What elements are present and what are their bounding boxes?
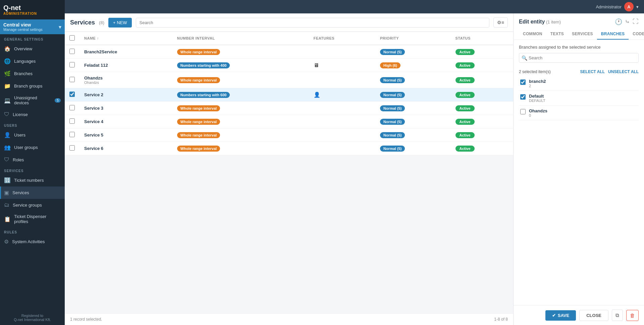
name-column-header[interactable]: NAME ↑ bbox=[79, 32, 172, 45]
expand-icon[interactable]: ⛶ bbox=[633, 18, 639, 25]
unassigned-devices-badge: 5 bbox=[55, 98, 61, 103]
tab-texts[interactable]: TEXTS bbox=[546, 29, 568, 40]
branch-checkbox[interactable] bbox=[520, 94, 526, 100]
table-row[interactable]: Service 3 Whole range interval Normal (5… bbox=[65, 102, 513, 115]
content-area: Services (8) + NEW ⚙≡ NAME ↑ NUMBER INTE… bbox=[65, 13, 644, 325]
services-table: NAME ↑ NUMBER INTERVAL FEATURES PRIORITY… bbox=[65, 32, 513, 155]
row-checkbox[interactable] bbox=[69, 77, 75, 82]
row-checkbox[interactable] bbox=[69, 118, 75, 124]
row-checkbox-cell[interactable] bbox=[65, 142, 79, 155]
sidebar-item-users[interactable]: 👤 Users bbox=[0, 129, 65, 141]
branch-list-item[interactable]: branch2 2 bbox=[519, 76, 639, 91]
branch-list-item[interactable]: Default DEFAULT bbox=[519, 91, 639, 106]
sidebar-item-overview[interactable]: 🏠 Overview bbox=[0, 43, 65, 55]
branch-item-info: Default DEFAULT bbox=[529, 94, 545, 103]
table-row[interactable]: Service 2 Numbers starting with 600 👤 No… bbox=[65, 88, 513, 102]
sidebar-item-label: User groups bbox=[14, 145, 38, 150]
sidebar-item-branch-groups[interactable]: 📁 Branch groups bbox=[0, 80, 65, 92]
sidebar-item-service-groups[interactable]: 🗂 Service groups bbox=[0, 199, 65, 211]
sidebar-item-label: Overview bbox=[14, 46, 32, 51]
search-icon: 🔍 bbox=[522, 55, 527, 61]
row-checkbox-cell[interactable] bbox=[65, 88, 79, 102]
sidebar-item-services[interactable]: ▣ Services bbox=[0, 186, 65, 199]
tab-codes[interactable]: CODES bbox=[629, 29, 644, 40]
share-icon[interactable]: ⤷ bbox=[625, 18, 630, 25]
sidebar-item-ticket-numbers[interactable]: 🔢 Ticket numbers bbox=[0, 174, 65, 186]
table-row[interactable]: Ohandzs Ohandzs Whole range interval Nor… bbox=[65, 72, 513, 88]
priority-cell: Normal (5) bbox=[375, 115, 451, 128]
users-icon: 👤 bbox=[4, 132, 11, 138]
new-button[interactable]: + NEW bbox=[108, 18, 132, 28]
sidebar-item-languages[interactable]: 🌐 Languages bbox=[0, 55, 65, 67]
table-row[interactable]: Feladat 112 Numbers starting with 400 🖥 … bbox=[65, 59, 513, 72]
unselect-all-action[interactable]: UNSELECT ALL bbox=[608, 69, 639, 74]
row-checkbox-cell[interactable] bbox=[65, 72, 79, 88]
row-checkbox[interactable] bbox=[69, 92, 75, 97]
sidebar-item-branches[interactable]: 🌿 Branches bbox=[0, 67, 65, 80]
delete-button[interactable]: 🗑 bbox=[626, 310, 639, 321]
branch-checkbox[interactable] bbox=[520, 79, 526, 85]
sidebar-item-label: Branch groups bbox=[14, 84, 43, 89]
topbar: Administrator A ▾ bbox=[65, 0, 644, 13]
priority-badge: Normal (5) bbox=[380, 105, 405, 111]
branch-search-input[interactable] bbox=[519, 53, 639, 63]
copy-button[interactable]: ⧉ bbox=[612, 310, 623, 321]
row-checkbox[interactable] bbox=[69, 132, 75, 137]
row-checkbox[interactable] bbox=[69, 62, 75, 67]
branch-list-item[interactable]: Ohandzs 0 bbox=[519, 106, 639, 120]
priority-badge: Normal (5) bbox=[380, 132, 405, 138]
table-row[interactable]: Service 5 Whole range interval Normal (5… bbox=[65, 128, 513, 142]
interval-tag: Whole range interval bbox=[177, 105, 220, 111]
sidebar-item-ticket-dispenser-profiles[interactable]: 📋 Ticket Dispenser profiles bbox=[0, 211, 65, 227]
sidebar-item-system-activities[interactable]: ⚙ System Activities bbox=[0, 235, 65, 248]
number-interval-cell: Whole range interval bbox=[172, 128, 309, 142]
service-name: Service 5 bbox=[84, 132, 168, 138]
sidebar-item-user-groups[interactable]: 👥 User groups bbox=[0, 141, 65, 154]
select-all-action[interactable]: SELECT ALL bbox=[580, 69, 605, 74]
sidebar-item-unassigned-devices[interactable]: 💻 Unassigned devices 5 bbox=[0, 92, 65, 108]
edit-title: Edit entity bbox=[519, 19, 545, 24]
row-checkbox[interactable] bbox=[69, 49, 75, 54]
status-badge: Active bbox=[455, 92, 475, 98]
sidebar-item-roles[interactable]: 🛡 Roles bbox=[0, 154, 65, 166]
status-badge: Active bbox=[455, 146, 475, 152]
search-input[interactable] bbox=[136, 18, 489, 28]
sidebar-item-license[interactable]: 🛡 License bbox=[0, 108, 65, 120]
tab-common[interactable]: COMMON bbox=[519, 29, 546, 40]
row-checkbox[interactable] bbox=[69, 145, 75, 151]
table-row[interactable]: Service 6 Whole range interval Normal (5… bbox=[65, 142, 513, 155]
number-interval-cell: Numbers starting with 400 bbox=[172, 59, 309, 72]
row-checkbox-cell[interactable] bbox=[65, 102, 79, 115]
select-all-checkbox[interactable] bbox=[69, 35, 75, 41]
interval-tag: Whole range interval bbox=[177, 132, 220, 138]
service-sub: Ohandzs bbox=[84, 80, 168, 85]
status-cell: Active bbox=[451, 142, 513, 155]
services-label: SERVICES bbox=[0, 166, 65, 174]
interval-tag: Whole range interval bbox=[177, 119, 220, 125]
table-row[interactable]: Branch2Service Whole range interval Norm… bbox=[65, 45, 513, 59]
select-all-column[interactable] bbox=[65, 32, 79, 45]
tab-services[interactable]: SERVICES bbox=[568, 29, 597, 40]
sidebar-item-label: License bbox=[13, 112, 28, 117]
name-cell: Service 4 bbox=[79, 115, 172, 128]
close-button[interactable]: CLOSE bbox=[579, 310, 608, 321]
priority-cell: Normal (5) bbox=[375, 45, 451, 59]
row-checkbox-cell[interactable] bbox=[65, 45, 79, 59]
branch-checkbox[interactable] bbox=[520, 109, 526, 114]
chevron-down-icon[interactable]: ▾ bbox=[636, 4, 639, 9]
save-button[interactable]: ✔ SAVE bbox=[545, 310, 576, 321]
service-name: Ohandzs bbox=[84, 75, 168, 80]
row-checkbox-cell[interactable] bbox=[65, 128, 79, 142]
users-label: USERS bbox=[0, 120, 65, 129]
row-checkbox[interactable] bbox=[69, 105, 75, 110]
central-view-button[interactable]: Central view Manage central settings ▾ bbox=[0, 19, 65, 34]
table-row[interactable]: Service 4 Whole range interval Normal (5… bbox=[65, 115, 513, 128]
filter-button[interactable]: ⚙≡ bbox=[493, 17, 508, 28]
selected-count-label: 1 record selected. bbox=[70, 317, 102, 322]
logo-sub: ADMINISTRATION bbox=[3, 12, 37, 15]
row-checkbox-cell[interactable] bbox=[65, 59, 79, 72]
number-interval-cell: Whole range interval bbox=[172, 142, 309, 155]
row-checkbox-cell[interactable] bbox=[65, 115, 79, 128]
tab-branches[interactable]: BRANCHES bbox=[597, 29, 629, 40]
history-icon[interactable]: 🕐 bbox=[615, 18, 622, 25]
